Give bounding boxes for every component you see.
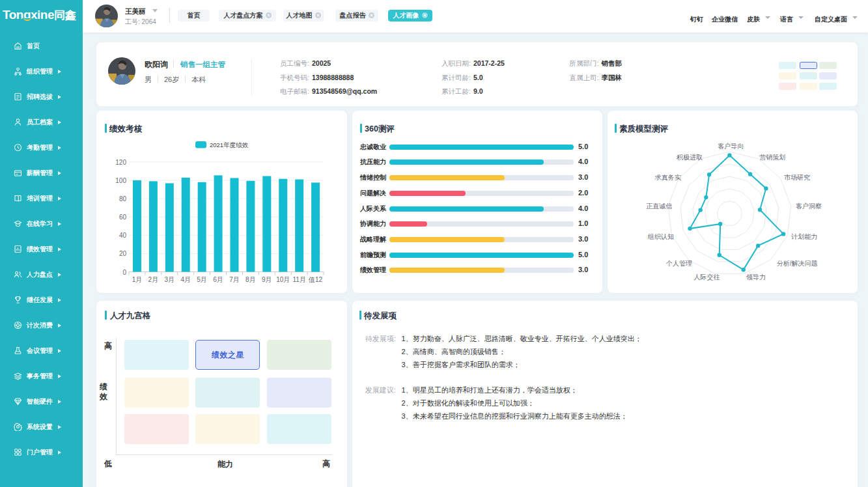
svg-text:客户洞察: 客户洞察 [796,202,822,210]
svg-text:40: 40 [119,232,127,239]
svg-text:0: 0 [122,269,126,276]
svg-text:2021年度绩效: 2021年度绩效 [210,141,249,148]
svg-text:分析/解决问题: 分析/解决问题 [777,260,818,267]
svg-text:7月: 7月 [229,276,240,283]
svg-text:120: 120 [115,159,126,166]
svg-text:客户导向: 客户导向 [718,143,744,150]
svg-text:20: 20 [119,250,127,257]
svg-text:领导力: 领导力 [746,273,766,281]
svg-text:60: 60 [119,214,127,221]
svg-text:1月: 1月 [132,276,143,283]
svg-text:5月: 5月 [197,276,207,283]
svg-text:组织认知: 组织认知 [647,233,674,240]
svg-text:80: 80 [119,195,127,202]
svg-text:营销策划: 营销策划 [759,154,785,161]
svg-text:100: 100 [115,177,126,184]
svg-text:市场研究: 市场研究 [784,174,810,181]
svg-text:人际交往: 人际交往 [694,273,720,281]
svg-text:9月: 9月 [262,276,272,283]
svg-text:求真务实: 求真务实 [654,174,682,181]
svg-text:2月: 2月 [148,276,159,283]
svg-text:10月: 10月 [276,276,290,283]
svg-text:4月: 4月 [180,276,191,283]
svg-text:计划能力: 计划能力 [791,233,817,240]
svg-text:正直诚信: 正直诚信 [646,202,672,210]
svg-text:6月: 6月 [213,276,223,283]
svg-text:个人管理: 个人管理 [665,260,692,267]
svg-text:积极进取: 积极进取 [676,154,703,161]
svg-text:8月: 8月 [245,276,256,283]
svg-text:3月: 3月 [165,276,175,283]
svg-text:11月: 11月 [293,276,306,283]
svg-text:值12: 值12 [308,276,323,283]
